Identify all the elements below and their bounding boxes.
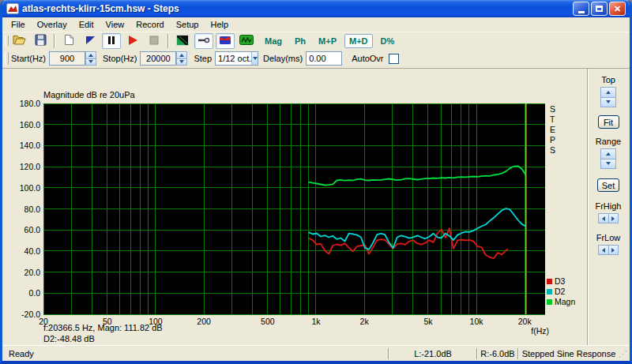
app-window: atlas-rechts-klirr-15cm.hsw - Steps ✕ Fi…: [0, 0, 632, 364]
step-label: Step: [194, 54, 212, 63]
spin-left-icon[interactable]: [598, 213, 609, 223]
x-tick-label: 5k: [423, 317, 433, 326]
spin-down-icon[interactable]: [176, 59, 187, 66]
mag-view-button[interactable]: Mag: [260, 34, 287, 48]
spin-up-icon[interactable]: [600, 87, 616, 98]
y-tick-label: 40.0: [24, 246, 41, 256]
new-document-button[interactable]: [59, 33, 78, 49]
d-percent-view-button[interactable]: D%: [376, 34, 400, 48]
stop-hz-input[interactable]: [140, 51, 176, 66]
legend-label-magn: Magn: [555, 297, 575, 306]
range-label: Range: [596, 137, 621, 146]
spin-up-icon[interactable]: [176, 51, 187, 59]
x-tick-label: 20k: [518, 317, 532, 326]
save-file-button[interactable]: [31, 33, 50, 49]
stop-hz-stepper[interactable]: [176, 51, 187, 66]
chart-panel: Magnitude dB re 20uPa180.0160.0140.0120.…: [2, 69, 587, 345]
menu-setup[interactable]: Setup: [171, 18, 204, 31]
fr-low-stepper[interactable]: [598, 245, 619, 255]
open-file-button[interactable]: [9, 33, 28, 49]
menu-file[interactable]: File: [6, 18, 30, 31]
m-plus-p-view-button[interactable]: M+P: [314, 34, 341, 48]
minimize-button[interactable]: [573, 2, 589, 16]
y-tick-label: 20.0: [24, 268, 41, 277]
chevron-down-icon[interactable]: [251, 52, 258, 65]
spin-up-icon[interactable]: [600, 148, 616, 159]
close-button[interactable]: ✕: [609, 2, 626, 16]
spin-up-icon[interactable]: [85, 51, 96, 59]
overlay-flag-button[interactable]: [81, 33, 100, 49]
overlay-spectrum-button[interactable]: [216, 33, 235, 49]
status-right-level: R:-6.0dB: [478, 349, 517, 358]
chart-side-label: S: [550, 104, 555, 114]
y-tick-label: 140.0: [20, 141, 40, 150]
status-mode: Stepped Sine Response: [519, 349, 619, 358]
fr-high-stepper[interactable]: [598, 213, 619, 223]
pause-icon: [107, 36, 116, 47]
title-bar[interactable]: atlas-rechts-klirr-15cm.hsw - Steps ✕: [2, 0, 630, 17]
menu-help[interactable]: Help: [205, 18, 233, 31]
save-file-icon: [35, 34, 47, 47]
auto-ovr-label: AutoOvr: [352, 54, 383, 63]
new-document-icon: [64, 34, 74, 47]
spin-down-icon[interactable]: [600, 98, 616, 108]
right-control-panel: Top Fit Range Set FrHigh FrLow: [587, 69, 629, 345]
step-select[interactable]: 1/12 oct.: [215, 51, 258, 66]
menu-overlay[interactable]: Overlay: [32, 18, 72, 31]
record-button[interactable]: [123, 33, 142, 49]
legend-swatch-magn: [547, 299, 552, 305]
spin-down-icon[interactable]: [600, 159, 616, 170]
stop-hz-label: Stop(Hz): [103, 54, 137, 63]
status-bar: Ready L:-21.0dB R:-6.0dB Stepped Sine Re…: [2, 345, 630, 361]
spin-down-icon[interactable]: [85, 59, 96, 66]
open-file-icon: [13, 34, 26, 47]
spin-right-icon[interactable]: [609, 245, 619, 255]
x-tick-label: 10k: [470, 317, 484, 326]
x-tick-label: 2k: [360, 317, 370, 326]
menu-record[interactable]: Record: [131, 18, 168, 31]
toolbar: Mag Ph M+P M+D D%: [2, 32, 630, 49]
overlay-flag-icon: [85, 35, 96, 47]
delay-ms-input[interactable]: [306, 51, 342, 66]
legend-label-d2: D2: [555, 287, 566, 296]
y-tick-label: 0.0: [28, 288, 40, 298]
x-tick-label: 500: [261, 317, 275, 326]
signal-wave-icon: [239, 35, 254, 47]
record-icon: [127, 35, 138, 47]
y-tick-label: 100.0: [20, 183, 40, 193]
x-tick-label: 1k: [311, 317, 321, 326]
toolbar-separator: [54, 34, 55, 48]
x-tick-label: 200: [197, 317, 211, 326]
y-tick-label: 120.0: [20, 162, 40, 171]
top-stepper[interactable]: [600, 87, 616, 107]
signal-wave-button[interactable]: [237, 33, 256, 49]
menu-edit[interactable]: Edit: [74, 18, 99, 31]
range-stepper[interactable]: [600, 148, 616, 169]
main-area: Magnitude dB re 20uPa180.0160.0140.0120.…: [2, 68, 630, 345]
m-plus-d-view-button[interactable]: M+D: [344, 34, 373, 48]
auto-ovr-checkbox[interactable]: [389, 54, 399, 64]
pause-button[interactable]: [102, 33, 121, 49]
stop-button[interactable]: [145, 33, 164, 49]
menu-view[interactable]: View: [101, 18, 130, 31]
resize-grip[interactable]: ⋰: [619, 347, 630, 360]
parameter-bar: Start(Hz) Stop(Hz) Step 1/12 oct. Delay(…: [2, 49, 630, 68]
generator-button[interactable]: [173, 33, 192, 49]
y-tick-label: 180.0: [20, 99, 40, 108]
app-icon: [6, 2, 19, 15]
step-selected-value: 1/12 oct.: [216, 54, 251, 63]
chart-side-label: E: [550, 125, 555, 134]
maximize-button[interactable]: [591, 2, 608, 16]
start-hz-input[interactable]: [49, 51, 85, 66]
spin-right-icon[interactable]: [609, 213, 619, 223]
probe-button[interactable]: [194, 33, 213, 49]
start-hz-stepper[interactable]: [85, 51, 96, 66]
set-button[interactable]: Set: [597, 178, 620, 192]
cursor-readout-line1: f:20366.5 Hz, Magn: 111.82 dB: [43, 323, 163, 332]
ph-view-button[interactable]: Ph: [290, 34, 310, 48]
fit-button[interactable]: Fit: [598, 115, 619, 129]
chart-title: Magnitude dB re 20uPa: [43, 90, 135, 99]
y-tick-label: 60.0: [24, 225, 41, 235]
legend-swatch-d2: [547, 289, 552, 295]
spin-left-icon[interactable]: [598, 245, 609, 255]
